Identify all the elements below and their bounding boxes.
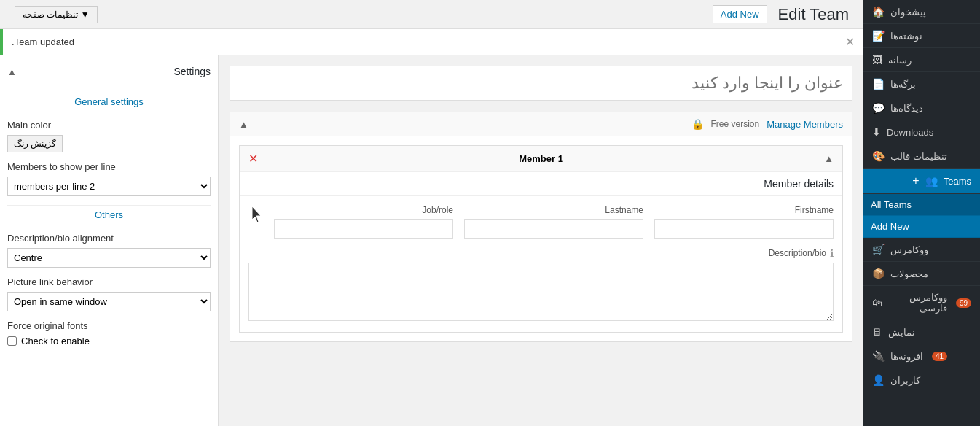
notice-bar: ✕ Team updated. — [0, 29, 863, 55]
sidebar-item-برگه‌ها[interactable]: برگه‌ها 📄 — [863, 72, 980, 96]
media-label: رسانه — [888, 55, 912, 66]
picture-link-label: Picture link behavior — [7, 276, 211, 287]
top-bar: ▼ تنظیمات صفحه Add New Edit Team — [0, 0, 863, 29]
jobrole-input[interactable] — [274, 219, 453, 239]
member-card: ▲ Member 1 ✕ Member details — [239, 145, 843, 333]
members-per-line-select[interactable]: members per line 2 — [7, 177, 211, 196]
team-section-collapse[interactable]: ▲ — [239, 119, 248, 130]
comments-label: دیدگاه‌ها — [890, 103, 923, 114]
theme-settings-icon: 🎨 — [872, 150, 885, 162]
member-title: Member 1 — [519, 153, 563, 164]
dashboard-label: پیشخوان — [890, 7, 926, 18]
products-label: محصولات — [890, 268, 928, 279]
description-bio-label: Description/bio alignment — [7, 233, 211, 244]
sidebar-item-نوشته‌ها[interactable]: نوشته‌ها 📝 — [863, 24, 980, 48]
member-fields-row: Job/role Lastname Firstname — [240, 196, 842, 247]
team-section: ▲ Manage Members Free version 🔒 ▲ — [230, 112, 852, 342]
edit-panel: ▲ Manage Members Free version 🔒 ▲ — [219, 55, 863, 426]
teams-icon: 👥 — [925, 175, 938, 187]
members-per-line-label: Members to show per line — [7, 161, 211, 172]
users-label: کاربران — [890, 375, 920, 386]
sidebar-item-all-teams[interactable]: All Teams — [863, 194, 980, 216]
add-new-button[interactable]: Add New — [713, 5, 767, 23]
color-picker-button[interactable]: گزینش رنگ — [7, 135, 63, 152]
posts-icon: 📝 — [872, 30, 885, 42]
woocommerce-label: ووکامرس — [890, 244, 928, 255]
sidebar-item-پیشخوان[interactable]: پیشخوان 🏠 — [863, 0, 980, 24]
settings-panel: ▲ Settings General settings Main color گ… — [0, 55, 219, 426]
sidebar-item-teams[interactable]: Teams 👥 + — [863, 169, 980, 194]
force-fonts-label: Force original fonts — [7, 320, 211, 331]
sidebar-item-downloads[interactable]: Downloads ⬇ — [863, 120, 980, 144]
pages-icon: 📄 — [872, 78, 885, 90]
page-settings-button[interactable]: ▼ تنظیمات صفحه — [15, 6, 98, 23]
picture-link-select[interactable]: Open in same window — [7, 292, 211, 311]
plugins-icon: 🔌 — [872, 350, 885, 362]
description-row: Description/bio ℹ — [240, 247, 842, 332]
woocommerce-fa-label: ووکامرس فارسی — [888, 292, 947, 314]
description-bio-select[interactable]: Centre — [7, 248, 211, 268]
theme-settings-label: تنظیمات قالب — [890, 151, 947, 162]
general-settings-link[interactable]: General settings — [7, 93, 211, 111]
plugins-label: افزونه‌ها — [890, 351, 923, 362]
posts-label: نوشته‌ها — [890, 31, 922, 42]
woocommerce-icon: 🛒 — [872, 244, 885, 255]
force-fonts-checkbox[interactable] — [7, 336, 17, 346]
sidebar-item-کاربران[interactable]: کاربران 👤 — [863, 368, 980, 392]
cursor-icon — [248, 205, 263, 225]
sidebar-item-افزونه‌ها[interactable]: 41 افزونه‌ها 🔌 — [863, 344, 980, 368]
description-bio-field-label: Description/bio — [769, 248, 826, 258]
woocommerce-fa-icon: 🛍 — [872, 297, 882, 309]
page-title: Edit Team — [778, 5, 849, 24]
main-color-label: Main color — [7, 120, 211, 131]
jobrole-field: Job/role — [274, 205, 453, 239]
free-version-label: Free version — [711, 119, 760, 129]
team-title-input[interactable] — [230, 66, 852, 100]
sidebar-item-رسانه[interactable]: رسانه 🖼 — [863, 48, 980, 72]
notice-message: Team updated. — [12, 36, 74, 47]
lastname-label: Lastname — [605, 205, 643, 215]
products-icon: 📦 — [872, 268, 885, 279]
collapse-settings-icon[interactable]: ▲ — [7, 66, 17, 77]
delete-member-button[interactable]: ✕ — [248, 152, 258, 166]
firstname-input[interactable] — [654, 219, 834, 239]
member-details-title: Member details — [240, 172, 842, 196]
settings-title: Settings — [173, 66, 211, 77]
lastname-field: Lastname — [464, 205, 643, 239]
firstname-label: Firstname — [795, 205, 834, 215]
pages-label: برگه‌ها — [890, 79, 916, 90]
description-help-icon: ℹ — [830, 247, 834, 259]
title-input-row — [230, 66, 852, 101]
teams-label: Teams — [944, 176, 971, 187]
jobrole-label: Job/role — [422, 205, 453, 215]
notice-close-icon[interactable]: ✕ — [845, 35, 855, 49]
sidebar-item-نمایش[interactable]: نمایش 🖥 — [863, 320, 980, 344]
manage-members-link[interactable]: Manage Members — [767, 119, 843, 130]
others-link[interactable]: Others — [7, 205, 211, 224]
admin-sidebar: پیشخوان 🏠 نوشته‌ها 📝 رسانه 🖼 برگه‌ها 📄 د… — [863, 0, 980, 426]
appearance-label: نمایش — [888, 327, 915, 338]
lock-icon: 🔒 — [691, 118, 704, 130]
sidebar-item-ووکامرس-فارسی[interactable]: 99 ووکامرس فارسی 🛍 — [863, 286, 980, 320]
member-collapse-icon[interactable]: ▲ — [824, 153, 834, 164]
users-icon: 👤 — [872, 374, 885, 386]
sidebar-item-دیدگاه‌ها[interactable]: دیدگاه‌ها 💬 — [863, 96, 980, 120]
dashboard-icon: 🏠 — [872, 6, 885, 18]
lastname-input[interactable] — [464, 219, 643, 239]
sidebar-item-ووکامرس[interactable]: ووکامرس 🛒 — [863, 238, 980, 262]
sidebar-item-add-new-teams[interactable]: Add New — [863, 216, 980, 238]
description-textarea[interactable] — [248, 263, 834, 321]
force-fonts-check-label: Check to enable — [21, 336, 90, 346]
comments-icon: 💬 — [872, 102, 885, 114]
media-icon: 🖼 — [872, 54, 882, 66]
downloads-label: Downloads — [887, 127, 933, 138]
firstname-field: Firstname — [654, 205, 834, 239]
all-teams-label: All Teams — [871, 199, 912, 210]
downloads-icon: ⬇ — [872, 126, 881, 138]
sidebar-item-محصولات[interactable]: محصولات 📦 — [863, 262, 980, 286]
sidebar-item-تنظیمات-قالب[interactable]: تنظیمات قالب 🎨 — [863, 144, 980, 169]
add-new-teams-label: Add New — [871, 221, 909, 232]
appearance-icon: 🖥 — [872, 326, 882, 338]
